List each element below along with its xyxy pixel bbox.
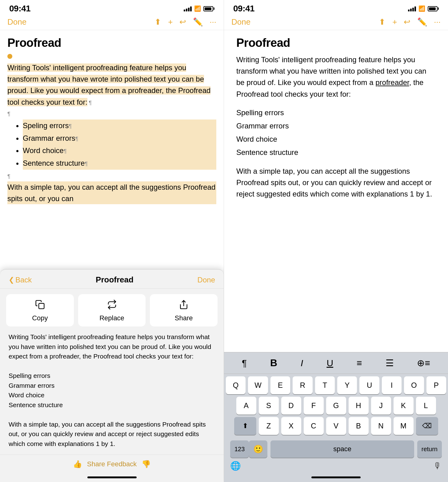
key-b[interactable]: B (349, 417, 369, 435)
popup-preview-text: Writing Tools' intelligent proofreading … (0, 332, 224, 455)
popup-back-button[interactable]: ❮ Back (9, 276, 32, 284)
key-l[interactable]: L (416, 397, 436, 415)
delete-key[interactable]: ⌫ (416, 417, 438, 435)
globe-mic-row: 🌐 🎙 (224, 461, 448, 473)
add-icon-right[interactable]: + (392, 17, 397, 27)
key-d[interactable]: D (281, 397, 301, 415)
key-u[interactable]: U (359, 376, 379, 394)
key-p[interactable]: P (426, 376, 446, 394)
shift-key[interactable]: ⬆ (234, 417, 256, 435)
align-btn[interactable]: ≡ (354, 357, 365, 370)
undo-icon-right[interactable]: ↩ (404, 17, 410, 27)
key-row-1: Q W E R T Y U I O P (226, 376, 446, 394)
numbers-key[interactable]: 123 (230, 440, 249, 458)
time-right: 09:41 (233, 4, 254, 14)
share-button[interactable]: Share (150, 294, 218, 326)
key-row-3: ⬆ Z X C V B N M ⌫ (226, 417, 446, 435)
space-key[interactable]: space (270, 440, 414, 458)
key-t[interactable]: T (315, 376, 335, 394)
popup-header: ❮ Back Proofread Done (0, 269, 224, 289)
time-left: 09:41 (9, 4, 30, 14)
key-s[interactable]: S (259, 397, 279, 415)
key-k[interactable]: K (394, 397, 414, 415)
key-e[interactable]: E (270, 376, 290, 394)
key-m[interactable]: M (394, 417, 414, 435)
wifi-icon-right: 📶 (418, 5, 425, 12)
return-key[interactable]: return (417, 440, 442, 458)
key-r[interactable]: R (293, 376, 312, 394)
more-icon-right[interactable]: ··· (434, 17, 441, 27)
nav-icons-right: ⬆ + ↩ ✏️ ··· (379, 17, 441, 27)
key-n[interactable]: N (371, 417, 391, 435)
key-v[interactable]: V (326, 417, 346, 435)
paragraph-mark-1: ¶ (89, 100, 92, 106)
replace-label: Replace (99, 314, 124, 322)
key-g[interactable]: G (326, 397, 346, 415)
popup-action-buttons: Copy Replace (0, 289, 224, 332)
key-c[interactable]: C (304, 417, 324, 435)
copy-label: Copy (32, 314, 48, 322)
continuation-text: With a simple tap, you can accept all th… (7, 181, 216, 204)
status-icons-right: 📶 (408, 5, 439, 12)
key-h[interactable]: H (349, 397, 369, 415)
markup-icon-right[interactable]: ✏️ (417, 17, 427, 27)
note-list-items: Spelling errors Grammar errors Word choi… (236, 106, 436, 159)
replace-icon (107, 300, 117, 312)
share-icon[interactable]: ⬆ (154, 17, 161, 27)
svg-rect-0 (39, 303, 44, 309)
list-btn[interactable]: ☰ (383, 356, 396, 370)
mic-icon[interactable]: 🎙 (433, 461, 442, 471)
key-j[interactable]: J (371, 397, 391, 415)
done-button-left[interactable]: Done (7, 17, 26, 27)
signal-icon-right (408, 6, 416, 11)
format-toolbar: ¶ B I U ≡ ☰ ⊕≡ (224, 352, 448, 374)
wifi-icon: 📶 (194, 5, 201, 12)
underline-btn[interactable]: U (324, 357, 336, 370)
key-z[interactable]: Z (259, 417, 279, 435)
copy-icon (35, 300, 45, 312)
key-i[interactable]: I (382, 376, 402, 394)
done-button-right[interactable]: Done (231, 17, 250, 27)
status-icons-left: 📶 (184, 5, 214, 12)
key-a[interactable]: A (236, 397, 256, 415)
nav-bar-right: Done ⬆ + ↩ ✏️ ··· (224, 16, 448, 30)
add-icon[interactable]: + (168, 17, 173, 27)
left-panel: 09:41 📶 Done ⬆ + ↩ ✏️ ··· (0, 0, 224, 482)
key-f[interactable]: F (304, 397, 324, 415)
note-body-text-1: Writing Tools' intelligent proofreading … (236, 54, 436, 100)
markup-icon[interactable]: ✏️ (193, 17, 203, 27)
share-icon-right[interactable]: ⬆ (379, 17, 386, 27)
bullet-list-left: Speling errors¶ Grammar errors¶ Word cho… (7, 119, 216, 170)
share-feedback-bar[interactable]: 👍 Share Feedback 👎 (0, 455, 224, 473)
home-indicator-left (87, 476, 137, 478)
popup-done-button[interactable]: Done (198, 276, 215, 284)
key-y[interactable]: Y (337, 376, 357, 394)
copy-button[interactable]: Copy (6, 294, 74, 326)
note-body-left: Proofread Writing Tools' intelligent pro… (0, 30, 224, 204)
note-body-text-2: With a simple tap, you can accept all th… (236, 165, 436, 200)
key-row-2: A S D F G H J K L (226, 397, 446, 415)
paragraph-mark-2: ¶ (7, 110, 216, 118)
share-action-icon (179, 300, 189, 312)
key-o[interactable]: O (404, 376, 424, 394)
status-bar-right: 09:41 📶 (224, 0, 448, 16)
globe-icon[interactable]: 🌐 (230, 461, 241, 471)
key-x[interactable]: X (281, 417, 301, 435)
more-icon[interactable]: ··· (210, 17, 216, 27)
battery-icon-right (428, 6, 439, 11)
replace-button[interactable]: Replace (78, 294, 146, 326)
undo-icon[interactable]: ↩ (179, 17, 186, 27)
highlighted-note-text: Writing Tools' intelligent proofreading … (7, 63, 210, 106)
italic-btn[interactable]: I (298, 357, 306, 370)
nav-icons-left: ⬆ + ↩ ✏️ ··· (154, 17, 216, 27)
key-w[interactable]: W (248, 376, 268, 394)
back-label: Back (15, 276, 32, 284)
indent-btn[interactable]: ⊕≡ (414, 356, 433, 370)
popup-title: Proofread (96, 275, 134, 285)
note-title-right: Proofread (236, 36, 436, 50)
bold-btn[interactable]: B (268, 356, 280, 370)
key-q[interactable]: Q (226, 376, 246, 394)
paragraph-format-btn[interactable]: ¶ (239, 357, 249, 370)
emoji-key[interactable]: 🙂 (249, 440, 267, 458)
thumbs-up-icon: 👍 (73, 460, 82, 468)
